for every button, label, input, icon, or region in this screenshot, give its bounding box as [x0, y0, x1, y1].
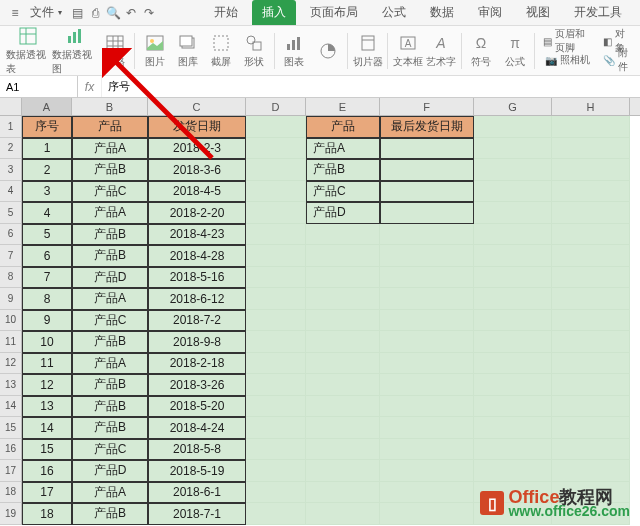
- cell[interactable]: [306, 331, 380, 353]
- cell[interactable]: [380, 482, 474, 504]
- cell[interactable]: [552, 267, 630, 289]
- row-header[interactable]: 5: [0, 202, 22, 224]
- cell[interactable]: 产品B: [306, 159, 380, 181]
- cell[interactable]: 1: [22, 138, 72, 160]
- cell[interactable]: [380, 138, 474, 160]
- cell[interactable]: [246, 202, 306, 224]
- cell[interactable]: [380, 396, 474, 418]
- tab-data[interactable]: 数据: [420, 0, 464, 25]
- cell[interactable]: [380, 310, 474, 332]
- picture-button[interactable]: 图片: [139, 28, 170, 74]
- cell[interactable]: 2018-5-8: [148, 439, 246, 461]
- cell[interactable]: [474, 460, 552, 482]
- col-header-h[interactable]: H: [552, 98, 630, 115]
- cell[interactable]: [380, 353, 474, 375]
- cell[interactable]: [474, 245, 552, 267]
- cell[interactable]: 产品C: [72, 181, 148, 203]
- cell[interactable]: 2018-5-20: [148, 396, 246, 418]
- slicer-button[interactable]: 切片器: [352, 28, 383, 74]
- gallery-button[interactable]: 图库: [172, 28, 203, 74]
- cell[interactable]: 2018-4-24: [148, 417, 246, 439]
- cell[interactable]: [474, 439, 552, 461]
- cell[interactable]: 10: [22, 331, 72, 353]
- cell[interactable]: 产品A: [72, 288, 148, 310]
- cell[interactable]: [474, 417, 552, 439]
- cell[interactable]: 产品C: [72, 310, 148, 332]
- cell[interactable]: [474, 181, 552, 203]
- redo-icon[interactable]: ↷: [142, 6, 156, 20]
- cell[interactable]: [380, 159, 474, 181]
- cell[interactable]: [246, 288, 306, 310]
- symbol-button[interactable]: Ω符号: [466, 28, 497, 74]
- cell[interactable]: [306, 460, 380, 482]
- cell[interactable]: [552, 331, 630, 353]
- row-header[interactable]: 17: [0, 460, 22, 482]
- cell[interactable]: 6: [22, 245, 72, 267]
- cell[interactable]: 11: [22, 353, 72, 375]
- cell[interactable]: [474, 374, 552, 396]
- cell[interactable]: [474, 267, 552, 289]
- cell[interactable]: [474, 288, 552, 310]
- cell[interactable]: 2018-3-6: [148, 159, 246, 181]
- col-header-a[interactable]: A: [22, 98, 72, 115]
- cell[interactable]: [380, 224, 474, 246]
- cell[interactable]: [474, 310, 552, 332]
- cell[interactable]: 产品D: [306, 202, 380, 224]
- cell[interactable]: 产品D: [72, 267, 148, 289]
- cell[interactable]: 产品B: [72, 374, 148, 396]
- cell[interactable]: [474, 353, 552, 375]
- cell[interactable]: 18: [22, 503, 72, 525]
- cell[interactable]: 产品B: [72, 245, 148, 267]
- cell[interactable]: 2018-4-5: [148, 181, 246, 203]
- row-header[interactable]: 4: [0, 181, 22, 203]
- pivot-table-button[interactable]: 数据透视表: [6, 28, 50, 74]
- cell[interactable]: [246, 503, 306, 525]
- cell[interactable]: [474, 116, 552, 138]
- cell[interactable]: [552, 224, 630, 246]
- cell[interactable]: 产品A: [72, 482, 148, 504]
- row-header[interactable]: 10: [0, 310, 22, 332]
- cell[interactable]: 17: [22, 482, 72, 504]
- cell[interactable]: [306, 482, 380, 504]
- cell[interactable]: [246, 138, 306, 160]
- select-all-corner[interactable]: [0, 98, 22, 115]
- row-header[interactable]: 8: [0, 267, 22, 289]
- wordart-button[interactable]: A艺术字: [426, 28, 457, 74]
- cell[interactable]: [306, 439, 380, 461]
- cell[interactable]: 产品B: [72, 396, 148, 418]
- cell[interactable]: [246, 460, 306, 482]
- cell[interactable]: 2018-7-2: [148, 310, 246, 332]
- cell[interactable]: [552, 417, 630, 439]
- tab-start[interactable]: 开始: [204, 0, 248, 25]
- cell[interactable]: [380, 202, 474, 224]
- col-header-e[interactable]: E: [306, 98, 380, 115]
- formula-value[interactable]: 序号: [102, 76, 640, 97]
- row-header[interactable]: 18: [0, 482, 22, 504]
- cell[interactable]: [246, 439, 306, 461]
- cell[interactable]: [552, 159, 630, 181]
- cell[interactable]: [380, 245, 474, 267]
- cell[interactable]: [380, 439, 474, 461]
- row-header[interactable]: 6: [0, 224, 22, 246]
- spreadsheet-grid[interactable]: A B C D E F G H 1序号产品发货日期产品最后发货日期21产品A20…: [0, 98, 640, 525]
- cell[interactable]: [380, 267, 474, 289]
- cell[interactable]: [306, 224, 380, 246]
- cell[interactable]: [474, 202, 552, 224]
- cell[interactable]: [474, 159, 552, 181]
- cell[interactable]: 5: [22, 224, 72, 246]
- cell[interactable]: 2018-4-28: [148, 245, 246, 267]
- screenshot-button[interactable]: 截屏: [206, 28, 237, 74]
- cell[interactable]: [306, 288, 380, 310]
- cell[interactable]: [306, 417, 380, 439]
- cell[interactable]: [552, 353, 630, 375]
- cell[interactable]: [474, 331, 552, 353]
- row-header[interactable]: 11: [0, 331, 22, 353]
- cell[interactable]: [246, 482, 306, 504]
- cell[interactable]: 产品A: [72, 202, 148, 224]
- tab-review[interactable]: 审阅: [468, 0, 512, 25]
- cell[interactable]: [474, 138, 552, 160]
- cell[interactable]: [380, 417, 474, 439]
- cell[interactable]: 产品B: [72, 503, 148, 525]
- header-footer-button[interactable]: ▤页眉和页脚: [539, 32, 597, 50]
- cell[interactable]: 2018-4-23: [148, 224, 246, 246]
